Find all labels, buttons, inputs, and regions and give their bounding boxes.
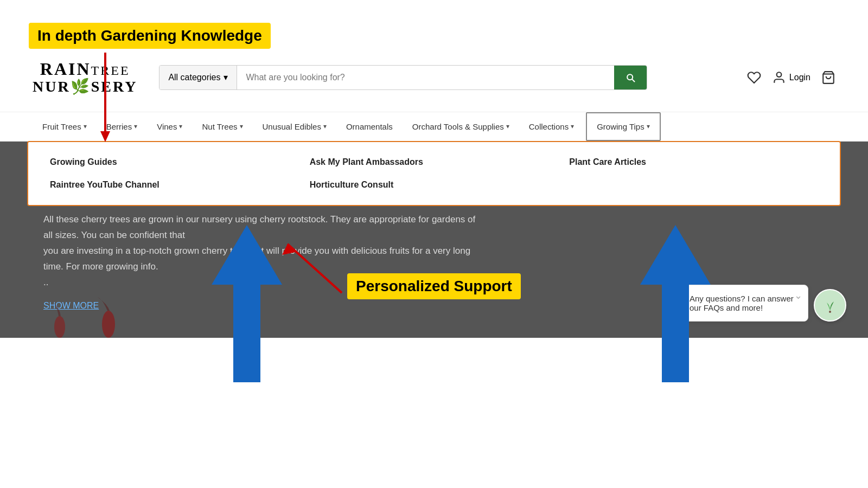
chevron-down-icon: ▾	[134, 123, 137, 130]
nav-label-ornamentals: Ornamentals	[346, 122, 393, 131]
logo-text: RAINTREE NUR🌿SERY	[33, 60, 137, 95]
hero-plant-decorations	[43, 294, 125, 338]
login-label: Login	[789, 73, 810, 82]
search-button[interactable]	[614, 66, 647, 89]
svg-point-4	[54, 316, 65, 338]
hero-desc-line3: ..	[43, 277, 48, 287]
plant-icon	[819, 294, 841, 316]
nav-item-fruit-trees[interactable]: Fruit Trees ▾	[33, 113, 97, 140]
svg-line-8	[288, 244, 342, 293]
nav-item-nut-trees[interactable]: Nut Trees ▾	[192, 113, 252, 140]
dropdown-item-growing-guides[interactable]: Growing Guides	[50, 155, 299, 169]
svg-point-3	[829, 311, 831, 313]
chevron-down-icon: ▾	[240, 123, 243, 130]
cart-button[interactable]	[821, 70, 835, 85]
plant-decoration-2	[92, 294, 125, 338]
login-button[interactable]: Login	[772, 70, 810, 85]
chevron-down-icon: ▾	[323, 123, 327, 130]
search-input[interactable]	[237, 66, 614, 89]
nav-label-fruit-trees: Fruit Trees	[42, 122, 81, 131]
chat-close-button[interactable]: ⌄	[794, 290, 802, 301]
red-arrow-2	[244, 233, 353, 298]
svg-marker-11	[640, 225, 711, 382]
search-category-label: All categories	[168, 73, 220, 82]
chevron-down-icon: ▾	[224, 72, 228, 82]
header: RAINTREE NUR🌿SERY All categories ▾ Log	[0, 0, 868, 112]
header-actions: Login	[747, 70, 835, 85]
nav-item-collections[interactable]: Collections ▾	[519, 113, 584, 140]
annotation-label-personalized: Personalized Support	[347, 273, 521, 299]
red-arrow-1	[100, 53, 111, 142]
nav-item-vines[interactable]: Vines ▾	[147, 113, 192, 140]
growing-tips-dropdown: Growing Guides Ask My Plant Ambassadors …	[27, 141, 841, 206]
blue-up-arrow-right	[640, 225, 711, 382]
nav-item-growing-tips[interactable]: Growing Tips ▾	[586, 112, 661, 141]
plant-decoration-1	[43, 294, 76, 338]
user-icon	[772, 70, 786, 85]
heart-icon	[747, 70, 761, 85]
nav-label-collections: Collections	[529, 122, 569, 131]
nav-label-growing-tips: Growing Tips	[597, 122, 644, 131]
nav-item-unusual-edibles[interactable]: Unusual Edibles ▾	[253, 113, 336, 140]
chevron-down-icon: ▾	[571, 123, 574, 130]
nav-item-ornamentals[interactable]: Ornamentals	[336, 113, 403, 140]
chevron-down-icon: ▾	[506, 123, 509, 130]
svg-marker-7	[100, 131, 110, 142]
chevron-down-icon: ▾	[179, 123, 182, 130]
dropdown-item-youtube[interactable]: Raintree YouTube Channel	[50, 178, 299, 192]
dropdown-item-horticulture[interactable]: Horticulture Consult	[310, 178, 559, 192]
dropdown-item-empty	[569, 178, 818, 192]
dropdown-item-ask-ambassadors[interactable]: Ask My Plant Ambassadors	[310, 155, 559, 169]
nav-label-orchard-tools: Orchard Tools & Supplies	[412, 122, 504, 131]
nav-item-orchard-tools[interactable]: Orchard Tools & Supplies ▾	[403, 113, 519, 140]
logo[interactable]: RAINTREE NUR🌿SERY	[33, 60, 137, 95]
search-icon	[625, 72, 636, 83]
nav-label-vines: Vines	[157, 122, 177, 131]
dropdown-item-plant-care[interactable]: Plant Care Articles	[569, 155, 818, 169]
chevron-down-icon: ▾	[84, 123, 87, 130]
chevron-down-icon: ▾	[647, 123, 650, 130]
cart-icon	[821, 70, 835, 85]
nav-label-unusual-edibles: Unusual Edibles	[263, 122, 321, 131]
chat-avatar[interactable]	[814, 289, 846, 322]
nav-label-nut-trees: Nut Trees	[202, 122, 237, 131]
annotation-label-gardening: In depth Gardening Knowledge	[29, 23, 271, 49]
navigation: Fruit Trees ▾ Berries ▾ Vines ▾ Nut Tree…	[0, 112, 868, 142]
search-bar: All categories ▾	[159, 65, 647, 90]
search-category-dropdown[interactable]: All categories ▾	[159, 66, 237, 89]
wishlist-button[interactable]	[747, 70, 761, 85]
svg-point-0	[777, 72, 782, 77]
svg-point-5	[102, 311, 115, 338]
